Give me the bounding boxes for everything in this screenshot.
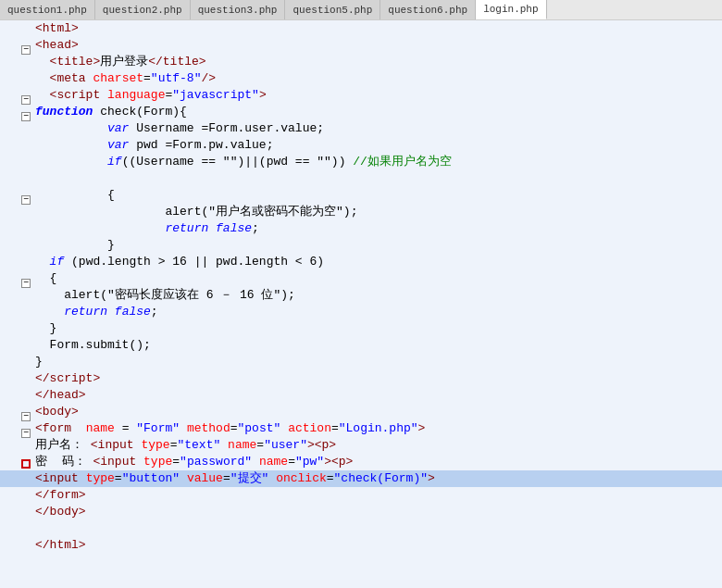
code-line-13: return false; bbox=[0, 220, 722, 237]
code-text: alert("密码长度应该在 6 － 16 位"); bbox=[33, 287, 722, 304]
collapse-gutter bbox=[20, 454, 33, 470]
tab-login_php[interactable]: login.php bbox=[476, 0, 546, 19]
code-text: var Username =Form.user.value; bbox=[33, 120, 722, 137]
collapse-button[interactable]: − bbox=[21, 112, 31, 121]
code-text bbox=[33, 170, 722, 187]
code-text: alert("用户名或密码不能为空"); bbox=[33, 204, 722, 220]
code-line-22: </script> bbox=[0, 370, 722, 387]
collapse-button[interactable]: − bbox=[21, 45, 31, 55]
tab-question3_php[interactable]: question3.php bbox=[191, 0, 286, 19]
collapse-gutter: − bbox=[20, 420, 33, 437]
code-line-12: alert("用户名或密码不能为空"); bbox=[0, 204, 722, 220]
code-text: Form.submit(); bbox=[33, 337, 722, 354]
code-text: <html> bbox=[33, 20, 722, 37]
code-text: 用户名： <input type="text" name="user"><p> bbox=[33, 437, 722, 454]
code-text: </html> bbox=[33, 537, 722, 554]
collapse-gutter: − bbox=[20, 404, 33, 420]
code-text: { bbox=[33, 187, 722, 204]
code-text: if((Username == "")||(pwd == "")) //如果用户… bbox=[33, 154, 722, 170]
code-line-26: 用户名： <input type="text" name="user"><p> bbox=[0, 437, 722, 454]
code-text: </script> bbox=[33, 370, 722, 387]
code-line-29: </form> bbox=[0, 487, 722, 504]
code-text: <title>用户登录</title> bbox=[33, 54, 722, 70]
collapse-button[interactable]: − bbox=[21, 429, 31, 438]
tab-bar: question1.phpquestion2.phpquestion3.phpq… bbox=[0, 0, 722, 20]
code-line-5: − <script language="javascript"> bbox=[0, 87, 722, 104]
code-line-11: − { bbox=[0, 187, 722, 204]
code-text: <form name = "Form" method="post" action… bbox=[33, 420, 722, 437]
code-text: } bbox=[33, 320, 722, 337]
collapse-gutter: − bbox=[20, 270, 33, 287]
tab-question5_php[interactable]: question5.php bbox=[285, 0, 380, 19]
collapse-gutter: − bbox=[20, 87, 33, 104]
collapse-gutter: − bbox=[20, 187, 33, 204]
code-line-4: <meta charset="utf-8"/> bbox=[0, 70, 722, 87]
code-text: </form> bbox=[33, 487, 722, 504]
code-area: <html>−<head> <title>用户登录</title> <meta … bbox=[0, 20, 722, 588]
code-text: { bbox=[33, 270, 722, 287]
tab-question1_php[interactable]: question1.php bbox=[0, 0, 95, 19]
code-text: <meta charset="utf-8"/> bbox=[33, 70, 722, 87]
code-line-1: <html> bbox=[0, 20, 722, 37]
code-text: <script language="javascript"> bbox=[33, 87, 722, 104]
tab-question2_php[interactable]: question2.php bbox=[95, 0, 191, 19]
code-text: return false; bbox=[33, 220, 722, 237]
code-line-3: <title>用户登录</title> bbox=[0, 54, 722, 70]
code-line-23: </head> bbox=[0, 387, 722, 404]
code-line-31 bbox=[0, 520, 722, 537]
code-line-25: −<form name = "Form" method="post" actio… bbox=[0, 420, 722, 437]
code-text: <head> bbox=[33, 37, 722, 54]
code-line-14: } bbox=[0, 237, 722, 254]
code-line-27: 密 码： <input type="password" name="pw"><p… bbox=[0, 454, 722, 470]
code-text: return false; bbox=[33, 304, 722, 320]
code-text: var pwd =Form.pw.value; bbox=[33, 137, 722, 154]
code-line-10 bbox=[0, 170, 722, 187]
code-content: <html>−<head> <title>用户登录</title> <meta … bbox=[0, 20, 722, 588]
code-line-7: var Username =Form.user.value; bbox=[0, 120, 722, 137]
code-line-24: −<body> bbox=[0, 404, 722, 420]
code-line-32: </html> bbox=[0, 537, 722, 554]
code-text: 密 码： <input type="password" name="pw"><p… bbox=[33, 454, 722, 470]
code-line-8: var pwd =Form.pw.value; bbox=[0, 137, 722, 154]
code-line-2: −<head> bbox=[0, 37, 722, 54]
code-line-20: Form.submit(); bbox=[0, 337, 722, 354]
code-text: <input type="button" value="提交" onclick=… bbox=[33, 470, 722, 487]
collapse-button[interactable]: − bbox=[21, 195, 31, 205]
code-text: if (pwd.length > 16 || pwd.length < 6) bbox=[33, 254, 722, 270]
code-text: </head> bbox=[33, 387, 722, 404]
collapse-box bbox=[21, 459, 31, 469]
tab-question6_php[interactable]: question6.php bbox=[380, 0, 476, 19]
code-text: function check(Form){ bbox=[33, 104, 722, 120]
code-line-30: </body> bbox=[0, 504, 722, 520]
code-line-17: alert("密码长度应该在 6 － 16 位"); bbox=[0, 287, 722, 304]
code-line-18: return false; bbox=[0, 304, 722, 320]
collapse-button[interactable]: − bbox=[21, 279, 31, 288]
code-line-9: if((Username == "")||(pwd == "")) //如果用户… bbox=[0, 154, 722, 170]
code-line-28: <input type="button" value="提交" onclick=… bbox=[0, 470, 722, 487]
code-line-21: } bbox=[0, 354, 722, 370]
code-text: </body> bbox=[33, 504, 722, 520]
code-text: } bbox=[33, 354, 722, 370]
code-text: <body> bbox=[33, 404, 722, 420]
code-text: } bbox=[33, 237, 722, 254]
collapse-gutter: − bbox=[20, 37, 33, 54]
code-line-19: } bbox=[0, 320, 722, 337]
code-line-16: − { bbox=[0, 270, 722, 287]
collapse-gutter: − bbox=[20, 104, 33, 120]
code-line-6: −function check(Form){ bbox=[0, 104, 722, 120]
code-line-15: if (pwd.length > 16 || pwd.length < 6) bbox=[0, 254, 722, 270]
